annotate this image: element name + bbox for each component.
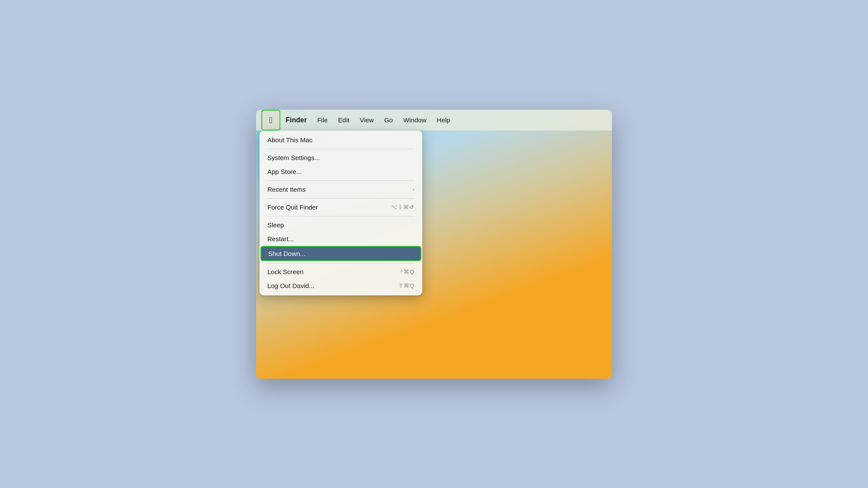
menubar-help[interactable]: Help <box>432 110 456 131</box>
apple-dropdown-menu: About This Mac System Settings... App St… <box>260 131 422 295</box>
logout-shortcut: ⇧⌘Q <box>398 282 414 289</box>
separator-2 <box>267 180 414 181</box>
menubar-window[interactable]: Window <box>398 110 431 131</box>
menu-restart[interactable]: Restart... <box>260 232 422 246</box>
screen:  Finder File Edit View Go Window Help A… <box>256 110 612 379</box>
menubar-file[interactable]: File <box>312 110 333 131</box>
menubar-go[interactable]: Go <box>379 110 398 131</box>
submenu-arrow-icon: › <box>413 186 414 193</box>
apple-logo-icon:  <box>269 116 272 124</box>
menu-shutdown[interactable]: Shut Down... <box>260 246 421 261</box>
menu-about-this-mac[interactable]: About This Mac <box>260 133 422 147</box>
menubar:  Finder File Edit View Go Window Help <box>256 110 612 131</box>
separator-5 <box>267 263 414 263</box>
menu-lock-screen[interactable]: Lock Screen ^⌘Q <box>260 265 422 279</box>
menu-force-quit[interactable]: Force Quit Finder ⌥⇧⌘↺ <box>260 200 422 214</box>
menu-system-settings[interactable]: System Settings... <box>260 151 422 165</box>
menubar-finder[interactable]: Finder <box>280 110 312 131</box>
menu-app-store[interactable]: App Store... <box>260 165 422 179</box>
menu-logout[interactable]: Log Out David... ⇧⌘Q <box>260 279 422 293</box>
menubar-view[interactable]: View <box>355 110 379 131</box>
menu-recent-items[interactable]: Recent Items › <box>260 183 422 197</box>
menubar-edit[interactable]: Edit <box>333 110 355 131</box>
lock-screen-shortcut: ^⌘Q <box>401 269 414 275</box>
separator-4 <box>267 216 414 216</box>
apple-menu-button[interactable]:  <box>261 110 280 131</box>
menu-sleep[interactable]: Sleep <box>260 218 422 232</box>
separator-1 <box>267 149 414 149</box>
force-quit-shortcut: ⌥⇧⌘↺ <box>391 204 414 210</box>
separator-3 <box>267 198 414 199</box>
